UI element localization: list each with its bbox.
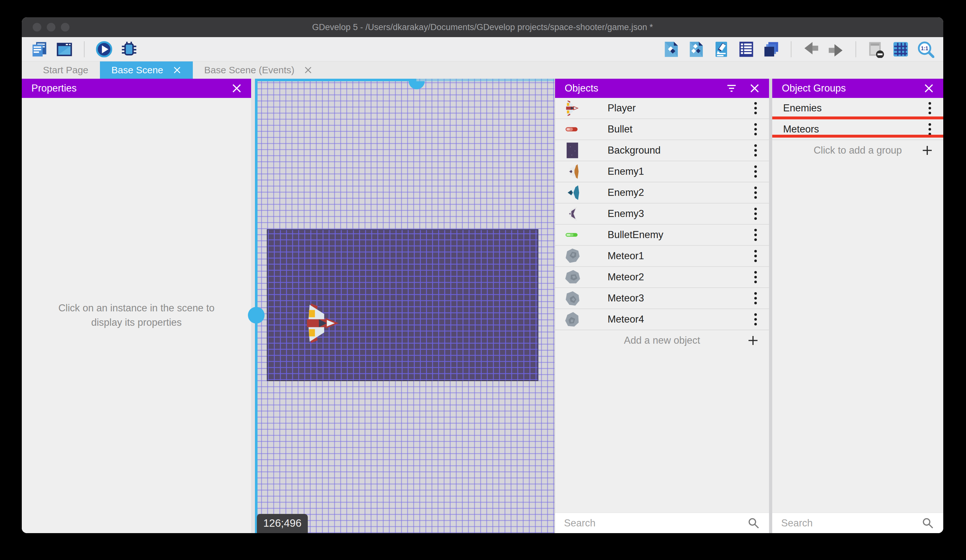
tab-base-scene[interactable]: Base Scene: [100, 61, 193, 79]
object-groups-list: EnemiesMeteorsClick to add a group: [772, 98, 943, 513]
mask-instances-icon[interactable]: [866, 40, 885, 59]
kebab-menu-icon[interactable]: [751, 164, 760, 180]
group-name: Enemies: [783, 102, 925, 114]
zoom-1-1-icon[interactable]: 1:1: [916, 40, 935, 59]
object-row-player[interactable]: Player: [555, 98, 769, 119]
object-groups-panel: Object Groups EnemiesMeteorsClick to add…: [772, 79, 943, 533]
kebab-menu-icon[interactable]: [751, 100, 760, 116]
minimize-window-button[interactable]: [47, 23, 56, 32]
kebab-menu-icon[interactable]: [751, 142, 760, 159]
toolbar-separator: [791, 41, 792, 57]
resize-handle-top[interactable]: [409, 81, 425, 89]
scene-canvas[interactable]: 126;496: [255, 79, 554, 533]
add-object-label: Add a new object: [624, 335, 700, 346]
object-row-background[interactable]: Background: [555, 140, 769, 161]
object-row-enemy2[interactable]: Enemy2: [555, 182, 769, 203]
object-name: Meteor2: [608, 271, 751, 283]
object-name: Background: [608, 145, 751, 156]
search-input[interactable]: [781, 517, 922, 529]
object-name: Enemy1: [608, 166, 751, 177]
close-icon[interactable]: [750, 84, 759, 93]
kebab-menu-icon[interactable]: [751, 311, 760, 327]
object-name: Bullet: [608, 123, 751, 135]
enemy1-ship-icon: [564, 163, 581, 180]
close-window-button[interactable]: [33, 23, 41, 32]
kebab-menu-icon[interactable]: [751, 248, 760, 264]
object-name: Enemy2: [608, 187, 751, 198]
close-icon[interactable]: [924, 84, 934, 93]
traffic-lights: [33, 23, 69, 32]
objects-panel: Objects PlayerBulletBackgroundEnemy1Enem…: [554, 79, 769, 533]
objects-search-bar: [555, 513, 769, 533]
project-manager-icon[interactable]: [30, 40, 49, 59]
zoom-window-button[interactable]: [61, 23, 69, 32]
search-icon: [747, 517, 760, 530]
toolbar: 1:1: [22, 37, 943, 61]
object-name: BulletEnemy: [608, 229, 751, 241]
group-row-meteors[interactable]: Meteors: [772, 119, 943, 140]
object-row-enemy3[interactable]: Enemy3: [555, 203, 769, 224]
object-name: Meteor3: [608, 293, 751, 304]
enemy2-ship-icon: [564, 184, 581, 201]
plus-icon: [921, 144, 934, 157]
search-icon: [922, 517, 934, 530]
instances-list-icon[interactable]: [737, 40, 756, 59]
object-row-meteor3[interactable]: Meteor3: [555, 288, 769, 309]
kebab-menu-icon[interactable]: [925, 100, 934, 116]
tab-start-page[interactable]: Start Page: [31, 61, 100, 79]
object-groups-panel-title: Object Groups: [782, 83, 910, 94]
title-bar: GDevelop 5 - /Users/dkarakay/Documents/G…: [22, 17, 943, 37]
kebab-menu-icon[interactable]: [751, 227, 760, 243]
kebab-menu-icon[interactable]: [751, 269, 760, 285]
resize-handle-left[interactable]: [248, 307, 264, 324]
kebab-menu-icon[interactable]: [751, 185, 760, 201]
filter-icon[interactable]: [727, 84, 736, 93]
tab-bar: Start PageBase SceneBase Scene (Events): [22, 61, 943, 79]
player-instance[interactable]: [302, 302, 344, 344]
tab-base-scene-events-[interactable]: Base Scene (Events): [193, 61, 324, 79]
object-row-bullet[interactable]: Bullet: [555, 119, 769, 140]
tab-label: Base Scene: [112, 65, 163, 75]
layers-panel-icon[interactable]: [762, 40, 780, 59]
objects-panel-title: Objects: [565, 83, 713, 94]
properties-panel-icon[interactable]: [712, 40, 731, 59]
selection-outline-top: [255, 79, 416, 81]
object-row-meteor2[interactable]: Meteor2: [555, 267, 769, 288]
redo-icon[interactable]: [827, 40, 845, 59]
tab-label: Start Page: [43, 65, 89, 75]
bullet-icon: [564, 121, 581, 138]
objects-panel-icon[interactable]: [662, 40, 681, 59]
play-icon[interactable]: [95, 40, 113, 59]
object-row-meteor1[interactable]: Meteor1: [555, 246, 769, 267]
group-row-enemies[interactable]: Enemies: [772, 98, 943, 119]
add-group-label: Click to add a group: [813, 145, 902, 156]
object-row-enemy1[interactable]: Enemy1: [555, 161, 769, 182]
undo-icon[interactable]: [802, 40, 820, 59]
app-window: GDevelop 5 - /Users/dkarakay/Documents/G…: [22, 17, 943, 533]
kebab-menu-icon[interactable]: [751, 206, 760, 222]
grid-icon[interactable]: [891, 40, 910, 59]
add-object-button[interactable]: Add a new object: [555, 330, 769, 351]
object-row-meteor4[interactable]: Meteor4: [555, 309, 769, 330]
window-title: GDevelop 5 - /Users/dkarakay/Documents/G…: [312, 22, 653, 32]
cursor-coordinates: 126;496: [257, 514, 308, 533]
kebab-menu-icon[interactable]: [925, 121, 934, 137]
close-icon[interactable]: [232, 84, 242, 93]
kebab-menu-icon[interactable]: [751, 121, 760, 137]
search-input[interactable]: [564, 517, 747, 529]
group-name: Meteors: [783, 123, 925, 135]
object-groups-panel-icon[interactable]: [687, 40, 706, 59]
properties-panel-title: Properties: [31, 83, 219, 94]
kebab-menu-icon[interactable]: [751, 290, 760, 306]
enemy-bullet-icon: [564, 226, 581, 243]
object-row-bulletenemy[interactable]: BulletEnemy: [555, 224, 769, 246]
properties-panel: Properties Click on an instance in the s…: [22, 79, 251, 533]
debug-icon[interactable]: [120, 40, 138, 59]
toolbar-right-group: 1:1: [662, 40, 935, 59]
close-icon[interactable]: [304, 66, 312, 74]
scene-editor-icon[interactable]: [55, 40, 74, 59]
add-group-button[interactable]: Click to add a group: [772, 140, 943, 160]
meteor-icon: [563, 267, 582, 287]
groups-search-bar: [772, 513, 943, 533]
close-icon[interactable]: [173, 66, 181, 74]
